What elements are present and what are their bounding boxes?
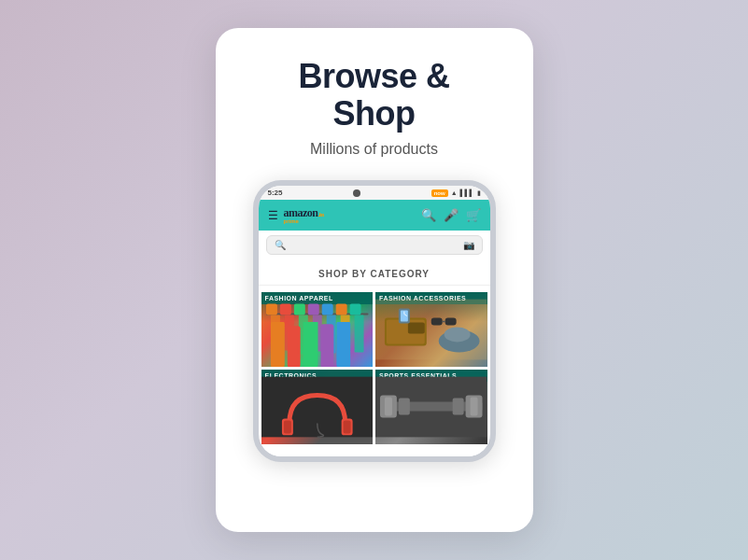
phone-time: 5:25	[268, 189, 283, 197]
hamburger-icon[interactable]: ☰	[268, 209, 278, 222]
svg-rect-13	[340, 315, 349, 351]
category-grid: FASHION APPAREL	[259, 289, 490, 447]
battery-icon: ▮	[477, 189, 481, 197]
phone-mockup: 5:25 now ▲ ▌▌▌ ▮ ☰ amazon.in prime 🔍 🎤	[253, 180, 496, 462]
main-card: Browse &Shop Millions of products 5:25 n…	[216, 28, 533, 532]
svg-rect-5	[321, 304, 332, 315]
phone-camera	[353, 189, 360, 197]
cart-icon[interactable]: 🛒	[466, 208, 481, 222]
svg-rect-31	[283, 421, 290, 434]
category-item-sports-essentials[interactable]: SPORTS ESSENTIALS	[375, 370, 487, 444]
search-icon[interactable]: 🔍	[421, 208, 436, 222]
mic-icon[interactable]: 🎤	[444, 208, 459, 222]
svg-rect-12	[326, 315, 335, 354]
svg-rect-21	[431, 318, 443, 326]
svg-rect-3	[293, 304, 304, 315]
phone-bottom	[259, 447, 490, 456]
phone-status-bar: 5:25 now ▲ ▌▌▌ ▮	[259, 186, 490, 200]
svg-rect-7	[349, 304, 360, 315]
wifi-icon: ▲	[451, 189, 458, 196]
svg-rect-1	[265, 304, 276, 315]
page-subtitle: Millions of products	[310, 141, 438, 158]
svg-rect-2	[279, 304, 290, 315]
amazon-navbar: ☰ amazon.in prime 🔍 🎤 🛒	[259, 200, 490, 231]
svg-rect-8	[270, 315, 279, 353]
logo-area: ☰ amazon.in prime	[268, 206, 324, 224]
phone-status-icons: now ▲ ▌▌▌ ▮	[431, 189, 481, 197]
camera-icon[interactable]: 📷	[463, 240, 474, 250]
category-item-fashion-apparel[interactable]: FASHION APPAREL	[261, 292, 374, 367]
nav-icons: 🔍 🎤 🛒	[421, 208, 481, 222]
svg-rect-9	[284, 315, 293, 351]
svg-rect-22	[445, 318, 457, 326]
svg-rect-14	[354, 315, 363, 353]
svg-rect-32	[343, 421, 350, 434]
svg-rect-40	[453, 399, 464, 415]
signal-icon: ▌▌▌	[460, 189, 474, 196]
status-badge: now	[431, 189, 448, 197]
svg-rect-4	[307, 304, 318, 315]
search-bar[interactable]: 🔍 📷	[266, 235, 483, 255]
search-bar-icon: 🔍	[275, 240, 286, 250]
svg-rect-38	[471, 398, 478, 416]
page-title: Browse &Shop	[298, 58, 449, 132]
category-item-fashion-accessories[interactable]: FASHION ACCESSORIES	[375, 292, 487, 367]
svg-rect-18	[408, 323, 425, 334]
svg-rect-39	[399, 399, 410, 415]
svg-point-20	[445, 328, 471, 343]
svg-rect-6	[335, 304, 346, 315]
svg-rect-10	[298, 315, 307, 355]
svg-rect-37	[385, 398, 392, 416]
amazon-logo: amazon.in prime	[284, 206, 324, 224]
shop-by-category-header: SHOP BY CATEGORY	[259, 259, 490, 286]
svg-rect-11	[312, 315, 321, 352]
category-item-electronics[interactable]: ELECTRONICS	[261, 370, 374, 444]
